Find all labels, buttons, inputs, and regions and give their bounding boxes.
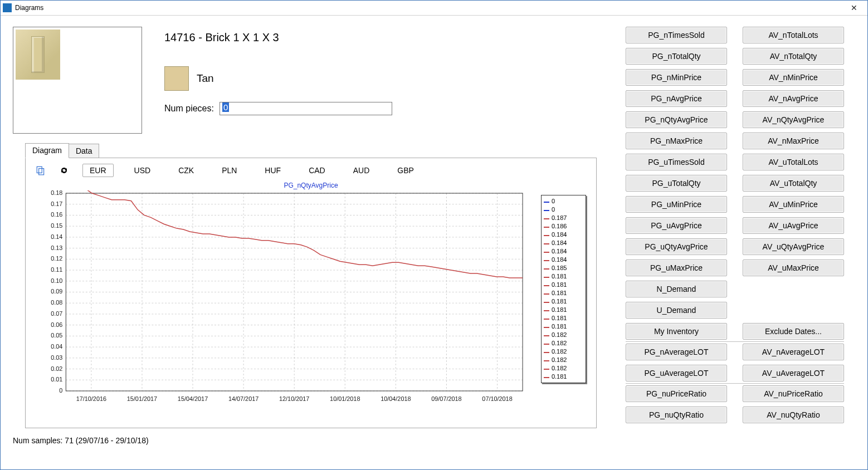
- client-area: 14716 - Brick 1 X 1 X 3 Tan Num pieces: …: [1, 16, 867, 469]
- svg-text:0.02: 0.02: [51, 365, 62, 371]
- svg-text:15/04/2017: 15/04/2017: [178, 395, 208, 402]
- metric-button[interactable]: AV_nAverageLOT: [743, 344, 844, 360]
- status-text: Num samples: 71 (29/07/16 - 29/10/18): [1, 430, 867, 456]
- item-title: 14716 - Brick 1 X 1 X 3: [164, 31, 609, 44]
- currency-czk[interactable]: CZK: [171, 164, 201, 177]
- svg-text:0.13: 0.13: [51, 244, 62, 251]
- svg-text:0.18: 0.18: [51, 190, 62, 196]
- svg-text:0.17: 0.17: [51, 200, 62, 207]
- metric-button[interactable]: AV_nMaxPrice: [743, 133, 844, 149]
- metric-button[interactable]: PG_nMaxPrice: [626, 133, 727, 149]
- metric-button[interactable]: PG_uTotalQty: [626, 175, 727, 192]
- close-button[interactable]: ✕: [843, 1, 865, 14]
- svg-text:0.12: 0.12: [51, 255, 62, 262]
- tab-panel-diagram: EURUSDCZKPLNHUFCADAUDGBP PG_nQtyAvgPrice…: [25, 158, 597, 428]
- metric-button[interactable]: AV_uAvgPrice: [743, 217, 844, 234]
- svg-text:0.16: 0.16: [51, 211, 62, 218]
- svg-text:0.05: 0.05: [51, 332, 62, 339]
- metric-button[interactable]: AV_nTotalLots: [743, 27, 844, 43]
- svg-text:09/07/2018: 09/07/2018: [431, 395, 461, 402]
- metric-button[interactable]: AV_nMinPrice: [743, 69, 844, 86]
- svg-text:0.06: 0.06: [51, 321, 62, 328]
- svg-rect-0: [37, 167, 42, 173]
- metric-button[interactable]: PG_nTotalQty: [626, 48, 727, 65]
- window-title: Diagrams: [15, 4, 43, 12]
- item-thumbnail: [13, 27, 142, 134]
- metric-button[interactable]: PG_nQtyAvgPrice: [626, 111, 727, 128]
- metric-button[interactable]: AV_nAvgPrice: [743, 90, 844, 107]
- tab-diagram[interactable]: Diagram: [25, 143, 69, 158]
- num-pieces-label: Num pieces:: [164, 104, 214, 114]
- metric-button[interactable]: PG_uAvgPrice: [626, 217, 727, 234]
- legend: 000.1870.1860.1840.1840.1840.1840.1850.1…: [541, 195, 586, 383]
- metric-button[interactable]: PG_nAvgPrice: [626, 90, 727, 107]
- currency-aud[interactable]: AUD: [346, 164, 377, 177]
- svg-text:0.15: 0.15: [51, 222, 62, 229]
- currency-usd[interactable]: USD: [127, 164, 158, 177]
- currency-gbp[interactable]: GBP: [390, 164, 421, 177]
- metric-button[interactable]: PG_uMinPrice: [626, 196, 727, 213]
- currency-huf[interactable]: HUF: [257, 164, 288, 177]
- metric-button[interactable]: PG_nTimesSold: [626, 27, 727, 43]
- svg-text:0: 0: [59, 387, 62, 394]
- svg-text:0.14: 0.14: [51, 233, 62, 240]
- metric-button[interactable]: PG_uQtyAvgPrice: [626, 238, 727, 255]
- metric-button[interactable]: U_Demand: [626, 302, 727, 319]
- color-name: Tan: [197, 72, 214, 85]
- color-swatch: [164, 66, 189, 91]
- tab-data[interactable]: Data: [69, 144, 100, 158]
- currency-toolbar: EURUSDCZKPLNHUFCADAUDGBP: [82, 164, 421, 177]
- currency-pln[interactable]: PLN: [214, 164, 244, 177]
- currency-cad[interactable]: CAD: [301, 164, 333, 177]
- metric-button[interactable]: PG_uMaxPrice: [626, 260, 727, 276]
- metric-button[interactable]: My Inventory: [626, 323, 727, 340]
- metric-button[interactable]: PG_uTimesSold: [626, 154, 727, 170]
- metric-button[interactable]: PG_nuQtyRatio: [626, 407, 727, 423]
- svg-text:0.08: 0.08: [51, 299, 62, 306]
- svg-text:07/10/2018: 07/10/2018: [482, 395, 512, 402]
- metric-button[interactable]: AV_nQtyAvgPrice: [743, 111, 844, 128]
- titlebar: Diagrams ✕: [1, 1, 867, 16]
- chart-title: PG_nQtyAvgPrice: [36, 182, 586, 189]
- svg-text:12/10/2017: 12/10/2017: [279, 395, 309, 402]
- metric-button[interactable]: AV_uTotalQty: [743, 175, 844, 192]
- metric-button[interactable]: PG_nAverageLOT: [626, 344, 727, 360]
- chart: 00.010.020.030.040.050.060.070.080.090.1…: [36, 190, 531, 413]
- metric-button[interactable]: PG_nuPriceRatio: [626, 385, 727, 402]
- metric-button[interactable]: AV_uAverageLOT: [743, 365, 844, 381]
- metric-button[interactable]: AV_nuPriceRatio: [743, 385, 844, 402]
- metric-button[interactable]: PG_nMinPrice: [626, 69, 727, 86]
- app-icon: [3, 3, 12, 12]
- copy-icon[interactable]: [36, 165, 46, 175]
- metric-button[interactable]: N_Demand: [626, 281, 727, 297]
- metric-button[interactable]: PG_uAverageLOT: [626, 365, 727, 381]
- svg-rect-1: [39, 169, 44, 175]
- svg-text:0.07: 0.07: [51, 310, 62, 317]
- svg-text:0.10: 0.10: [51, 277, 62, 284]
- svg-text:0.09: 0.09: [51, 288, 62, 295]
- svg-text:0.01: 0.01: [51, 376, 62, 383]
- svg-text:0.04: 0.04: [51, 343, 62, 350]
- refresh-icon[interactable]: [59, 165, 69, 175]
- svg-text:0.03: 0.03: [51, 354, 62, 361]
- brick-icon: [31, 36, 45, 73]
- metric-button[interactable]: AV_nTotalQty: [743, 48, 844, 65]
- metric-button[interactable]: AV_uQtyAvgPrice: [743, 238, 844, 255]
- svg-text:0.11: 0.11: [51, 266, 62, 273]
- num-pieces-input[interactable]: 0: [220, 102, 392, 115]
- metric-button[interactable]: AV_uTotalLots: [743, 154, 844, 170]
- metric-button[interactable]: Exclude Dates...: [743, 323, 844, 340]
- metric-button[interactable]: AV_nuQtyRatio: [743, 407, 844, 423]
- metric-button[interactable]: AV_uMaxPrice: [743, 260, 844, 276]
- currency-eur[interactable]: EUR: [82, 164, 114, 177]
- app-window: Diagrams ✕ 14716 - Brick 1 X 1 X 3 Tan: [0, 0, 868, 470]
- svg-text:14/07/2017: 14/07/2017: [228, 395, 259, 402]
- svg-text:15/01/2017: 15/01/2017: [127, 395, 157, 402]
- metric-buttons-panel: PG_nTimesSoldAV_nTotalLotsPG_nTotalQtyAV…: [626, 27, 855, 428]
- svg-text:10/04/2018: 10/04/2018: [381, 395, 411, 402]
- svg-text:10/01/2018: 10/01/2018: [330, 395, 360, 402]
- svg-text:17/10/2016: 17/10/2016: [76, 395, 106, 402]
- tabs-row: Diagram Data: [25, 143, 597, 158]
- metric-button[interactable]: AV_uMinPrice: [743, 196, 844, 213]
